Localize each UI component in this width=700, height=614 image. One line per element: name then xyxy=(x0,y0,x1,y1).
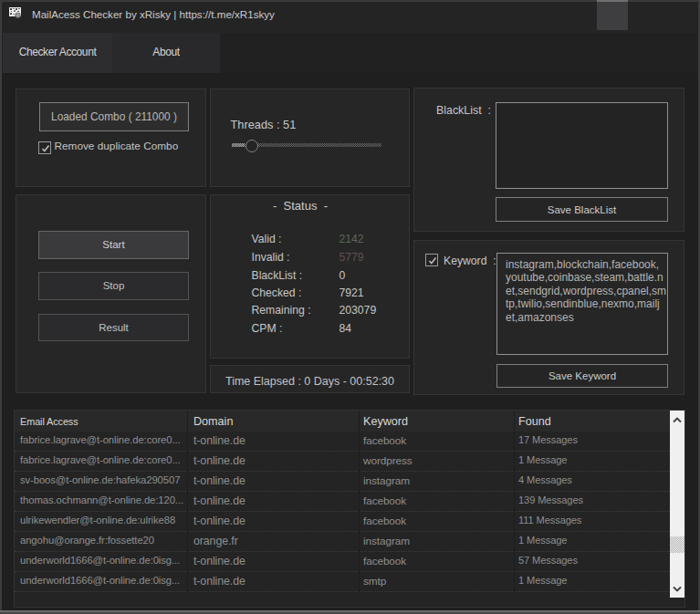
svg-text:@: @ xyxy=(16,13,20,18)
